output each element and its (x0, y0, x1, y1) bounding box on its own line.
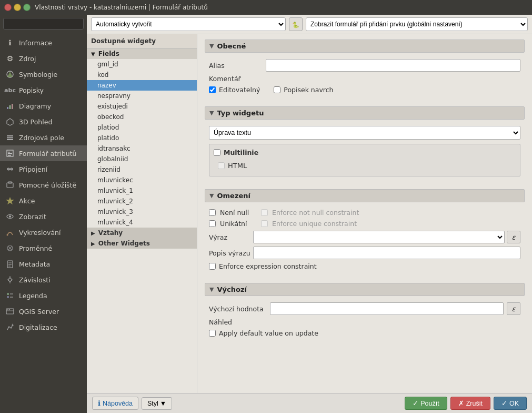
titlebar: Vlastnosti vrstvy - katastralniuzemi | F… (0, 0, 532, 15)
tree-item-idtransakc[interactable]: idtransakc (87, 143, 197, 154)
sidebar-item-popisky[interactable]: abc Popisky (0, 82, 87, 98)
vyraz-select[interactable] (253, 231, 505, 243)
popis-vyrazu-label: Popis výrazu (209, 249, 251, 257)
maximize-button[interactable] (23, 4, 31, 11)
tree-item-globalniid[interactable]: globalniid (87, 154, 197, 164)
neni-null-checkbox[interactable] (209, 209, 216, 216)
widget-type-select[interactable]: Úprava textuZaškrtávací políčkoDatum/Čas… (209, 126, 520, 140)
svg-marker-39 (12, 323, 14, 326)
sidebar-item-formular-atributu[interactable]: Formulář atributů (0, 145, 87, 161)
apply-check-icon: ✓ (413, 399, 418, 407)
popisek-checkbox[interactable] (274, 86, 280, 93)
enforce-expr-checkbox[interactable] (209, 263, 216, 270)
alias-label: Alias (209, 62, 262, 70)
section-typ-widgetu-header[interactable]: ▼ Typ widgetu (205, 106, 525, 120)
sidebar-item-legenda[interactable]: Legenda (0, 288, 87, 303)
tree-item-mluvnick_4-label: mluvnick_4 (97, 219, 133, 226)
vychozi-expr-btn[interactable]: ε (507, 302, 520, 315)
vychozi-hodnota-input[interactable] (270, 302, 504, 315)
cancel-button[interactable]: ✗ Zrušit (450, 397, 490, 410)
tree-item-rizeniid[interactable]: rizeniid (87, 164, 197, 175)
popis-vyrazu-input[interactable] (253, 247, 520, 259)
tree-item-platido[interactable]: platido (87, 133, 197, 143)
section-omezeni-header[interactable]: ▼ Omezení (205, 189, 525, 202)
sidebar: ℹ Informace ⚙ Zdroj Symbologie abc Popis… (0, 15, 87, 413)
html-checkbox[interactable] (218, 162, 225, 169)
vychozi-hodnota-row: Výchozí hodnota ε (209, 302, 520, 315)
form-type-select[interactable]: Automaticky vytvořitPřetáhnout a pustit … (91, 17, 286, 31)
apply-default-checkbox[interactable] (209, 330, 216, 337)
sidebar-item-pomocne-uloziste[interactable]: Pomocné úložiště (0, 177, 87, 193)
tree-item-mluvnick_4[interactable]: mluvnick_4 (87, 217, 197, 228)
tree-item-kod[interactable]: kod (87, 70, 197, 80)
sidebar-item-zdrojova-pole[interactable]: Zdrojová pole (0, 130, 87, 145)
tree-item-mluvnick_1[interactable]: mluvnick_1 (87, 185, 197, 196)
tree-item-platiod[interactable]: platiod (87, 122, 197, 133)
tree-item-platido-label: platido (97, 134, 119, 142)
multiline-checkbox[interactable] (214, 149, 220, 156)
svg-point-38 (9, 309, 10, 310)
sidebar-item-akce[interactable]: Akce (0, 193, 87, 209)
alias-input[interactable] (266, 59, 520, 72)
tree-group-vztahy[interactable]: ▶ Vztahy (87, 228, 197, 238)
search-input[interactable] (3, 18, 84, 30)
sidebar-item-vykreslovani[interactable]: Vykreslování (0, 224, 87, 240)
sidebar-item-diagramy[interactable]: Diagramy (0, 98, 87, 114)
tree-group-other[interactable]: ▶ Other Widgets (87, 238, 197, 249)
source-icon: ⚙ (5, 54, 15, 63)
section-omezeni-title: Omezení (217, 192, 250, 200)
tree-item-nazev[interactable]: nazev (87, 80, 197, 91)
sidebar-item-informace[interactable]: ℹ Informace (0, 35, 87, 51)
tree-item-obeckod[interactable]: obeckod (87, 112, 197, 122)
sidebar-item-3d[interactable]: 3D Pohled (0, 114, 87, 130)
section-obecne-header[interactable]: ▼ Obecné (205, 40, 525, 53)
svg-rect-11 (8, 153, 12, 154)
section-vychozi-header[interactable]: ▼ Výchozí (205, 283, 525, 296)
tree-group-fields[interactable]: ▼ Fields (87, 48, 197, 59)
python-icon-btn[interactable]: 🐍 (289, 17, 303, 31)
minimize-button[interactable] (14, 4, 21, 11)
sidebar-item-metadata[interactable]: Metadata (0, 256, 87, 272)
enforce-not-null-checkbox[interactable] (261, 209, 268, 216)
sidebar-item-zavislosti[interactable]: Závislosti (0, 272, 87, 288)
vychozi-expand-icon: ▼ (209, 286, 214, 293)
content-area: Automaticky vytvořitPřetáhnout a pustit … (87, 15, 532, 413)
sidebar-item-symbologie[interactable]: Symbologie (0, 66, 87, 82)
sidebar-item-qgis-server[interactable]: QGIS Server (0, 303, 87, 319)
sidebar-item-zdroj[interactable]: ⚙ Zdroj (0, 51, 87, 66)
tree-item-nespravny[interactable]: nespravny (87, 91, 197, 101)
metadata-icon (5, 259, 15, 269)
tree-item-nespravny-label: nespravny (97, 92, 131, 100)
sidebar-item-promenne[interactable]: Proměnné (0, 240, 87, 256)
vyraz-expr-btn[interactable]: ε (507, 231, 520, 243)
info-icon: ℹ (5, 38, 15, 47)
help-button[interactable]: ℹ Nápověda (92, 397, 138, 410)
legenda-icon (5, 291, 15, 300)
multiline-row: Multilinie (214, 149, 516, 156)
sidebar-label-formular: Formulář atributů (19, 150, 77, 158)
editovatelny-checkbox[interactable] (209, 86, 216, 93)
enforce-unique-checkbox[interactable] (261, 220, 268, 227)
bottom-bar: ℹ Nápověda Styl ▼ ✓ Použít ✗ Zrušit (87, 393, 532, 413)
sidebar-item-digitalizace[interactable]: Digitalizace (0, 319, 87, 335)
tree-item-mluvnick_3[interactable]: mluvnick_3 (87, 206, 197, 217)
close-button[interactable] (4, 4, 12, 11)
formular-icon (5, 149, 15, 158)
tree-item-existujedi[interactable]: existujedi (87, 101, 197, 112)
style-button[interactable]: Styl ▼ (142, 397, 172, 410)
editovatelny-label: Editovatelný (219, 86, 260, 94)
apply-default-label: Apply default value on update (219, 329, 318, 337)
sidebar-label-pomocne-uloziste: Pomocné úložiště (19, 181, 76, 189)
diagramy-icon (5, 101, 15, 111)
display-mode-select[interactable]: Zobrazit formulář při přidání prvku (glo… (306, 17, 528, 31)
ok-button[interactable]: ✓ OK (494, 397, 527, 410)
html-row: HTML (214, 160, 516, 172)
sidebar-item-zobrazit[interactable]: Zobrazit (0, 209, 87, 224)
sidebar-item-pripojeni[interactable]: Připojení (0, 161, 87, 177)
ok-label: OK (509, 400, 519, 407)
tree-item-mluvnick_2[interactable]: mluvnick_2 (87, 196, 197, 206)
tree-item-mluvnickec[interactable]: mluvnickec (87, 175, 197, 185)
tree-item-gml_id[interactable]: gml_id (87, 59, 197, 70)
apply-button[interactable]: ✓ Použít (405, 397, 447, 410)
unikatni-checkbox[interactable] (209, 220, 216, 227)
